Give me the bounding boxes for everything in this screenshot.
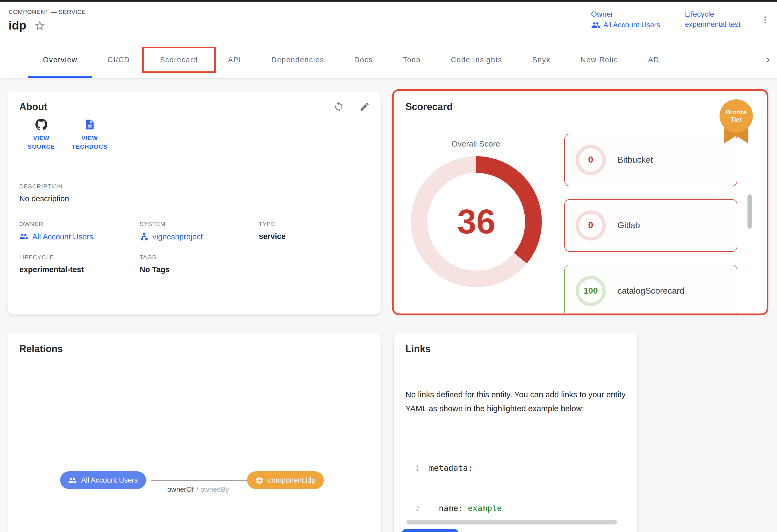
description-label: DESCRIPTION bbox=[19, 183, 69, 189]
bronze-tier-badge-label: Bronze Tier bbox=[719, 99, 753, 133]
tab-adrs[interactable]: AD bbox=[633, 42, 674, 78]
score-circle: 100 bbox=[576, 276, 606, 306]
yaml-code-block: 1metadata: 2 name:example 3 links: 4 - u… bbox=[407, 435, 621, 532]
tab-label: Docs bbox=[354, 56, 373, 64]
tags-field-label: TAGS bbox=[140, 254, 170, 260]
tab-scorecard[interactable]: Scorecard bbox=[145, 42, 213, 78]
tab-label: Overview bbox=[43, 56, 78, 64]
system-field: SYSTEM vigneshproject bbox=[140, 221, 203, 241]
tab-ci-cd[interactable]: CI/CD bbox=[93, 42, 145, 78]
relation-node-owner[interactable]: All Account Users bbox=[60, 471, 146, 489]
code-prefix bbox=[429, 502, 439, 515]
links-card: Links No links defined for this entity. … bbox=[394, 333, 637, 532]
tab-label: Code Insights bbox=[451, 56, 502, 64]
document-icon bbox=[84, 119, 96, 130]
about-card-title: About bbox=[19, 102, 47, 113]
scorecard-card: Scorecard Bronze Tier Overall Score 36 0… bbox=[394, 91, 767, 313]
group-icon bbox=[591, 20, 600, 29]
lifecycle-field-label: LIFECYCLE bbox=[19, 254, 84, 260]
refresh-icon[interactable] bbox=[333, 102, 344, 112]
view-source-label: VIEW SOURCE bbox=[21, 134, 61, 151]
links-card-title: Links bbox=[406, 344, 431, 355]
lifecycle-block: Lifecycle experimental-test bbox=[685, 10, 741, 29]
owner-field-link[interactable]: All Account Users bbox=[19, 232, 93, 241]
tab-label: Dependencies bbox=[271, 56, 324, 64]
lifecycle-label[interactable]: Lifecycle bbox=[685, 10, 741, 18]
group-icon bbox=[19, 232, 28, 241]
tab-api[interactable]: API bbox=[213, 42, 256, 78]
lifecycle-value[interactable]: experimental-test bbox=[685, 20, 741, 28]
scorecard-list-scrollbar[interactable] bbox=[748, 194, 752, 229]
scorecard-item-gitlab[interactable]: 0 Gitlab bbox=[564, 199, 737, 252]
overall-score-value: 36 bbox=[457, 202, 495, 242]
tab-todo[interactable]: Todo bbox=[388, 42, 436, 78]
header-meta: Owner All Account Users Lifecycle experi… bbox=[591, 10, 741, 29]
system-field-link[interactable]: vigneshproject bbox=[140, 232, 203, 241]
relation-edge-label: ownerOf/ ownedBy bbox=[149, 485, 247, 493]
relation-node-label: component:idp bbox=[268, 476, 316, 484]
tab-label: API bbox=[228, 56, 241, 64]
tab-snyk[interactable]: Snyk bbox=[517, 42, 566, 78]
owner-value-link[interactable]: All Account Users bbox=[591, 20, 660, 29]
bronze-tier-badge: Bronze Tier bbox=[719, 99, 753, 145]
line-number: 1 bbox=[407, 462, 419, 475]
lifecycle-field-value: experimental-test bbox=[19, 265, 84, 274]
kebab-menu-icon[interactable] bbox=[760, 14, 771, 25]
scorecard-item-bitbucket[interactable]: 0 Bitbucket bbox=[564, 134, 737, 186]
entity-header: COMPONENT — SERVICE idp Owner All Accoun… bbox=[0, 0, 777, 42]
owner-value-text: All Account Users bbox=[603, 21, 660, 29]
tab-label: Todo bbox=[403, 56, 421, 64]
tab-new-relic[interactable]: New Relic bbox=[566, 42, 633, 78]
edge-label-ownedby: / ownedBy bbox=[196, 485, 229, 493]
line-number: 2 bbox=[407, 502, 419, 515]
code-horizontal-scrollbar[interactable] bbox=[407, 520, 617, 525]
scorecard-card-title: Scorecard bbox=[406, 102, 453, 113]
partial-blue-button[interactable] bbox=[402, 529, 458, 532]
tab-label: New Relic bbox=[581, 56, 618, 64]
type-field: TYPE service bbox=[259, 221, 286, 241]
group-icon bbox=[68, 476, 77, 485]
breadcrumb: COMPONENT — SERVICE bbox=[9, 9, 86, 15]
relation-edge-line bbox=[151, 480, 247, 481]
description-field: DESCRIPTION No description bbox=[19, 183, 69, 203]
links-empty-message: No links defined for this entity. You ca… bbox=[406, 388, 628, 415]
scorecard-item-catalog[interactable]: 100 catalogScorecard bbox=[564, 265, 737, 313]
system-tree-icon bbox=[140, 232, 149, 241]
gear-icon bbox=[255, 476, 264, 485]
about-actions bbox=[333, 102, 370, 112]
relation-node-component[interactable]: component:idp bbox=[247, 471, 324, 489]
edge-label-ownerof: ownerOf bbox=[167, 485, 194, 493]
tab-dependencies[interactable]: Dependencies bbox=[256, 42, 339, 78]
tab-overview[interactable]: Overview bbox=[28, 42, 93, 78]
tab-code-insights[interactable]: Code Insights bbox=[436, 42, 517, 78]
system-field-label: SYSTEM bbox=[140, 221, 203, 227]
scorecard-item-name: catalogScorecard bbox=[618, 286, 684, 296]
tab-bar: Overview CI/CD Scorecard API Dependencie… bbox=[0, 42, 777, 78]
lifecycle-value-text: experimental-test bbox=[685, 20, 741, 28]
tab-label: Snyk bbox=[532, 56, 551, 64]
app-viewport: COMPONENT — SERVICE idp Owner All Accoun… bbox=[0, 0, 777, 532]
title-row: idp bbox=[9, 19, 46, 33]
scorecard-item-name: Bitbucket bbox=[618, 155, 653, 165]
view-techdocs-button[interactable]: VIEW TECHDOCS bbox=[70, 119, 110, 151]
description-value: No description bbox=[19, 194, 69, 203]
code-value: example bbox=[468, 502, 502, 515]
relation-node-label: All Account Users bbox=[81, 476, 138, 484]
score-circle: 0 bbox=[576, 145, 606, 175]
scorecard-item-name: Gitlab bbox=[618, 221, 640, 230]
owner-label[interactable]: Owner bbox=[591, 10, 660, 18]
owner-field-value: All Account Users bbox=[32, 232, 93, 241]
relations-card-title: Relations bbox=[19, 344, 63, 355]
overall-score-label: Overall Score bbox=[410, 139, 542, 148]
view-source-button[interactable]: VIEW SOURCE bbox=[21, 119, 61, 151]
chevron-right-icon[interactable] bbox=[759, 42, 777, 78]
owner-field: OWNER All Account Users bbox=[19, 221, 93, 241]
edit-pencil-icon[interactable] bbox=[359, 102, 370, 112]
tab-label: CI/CD bbox=[108, 56, 130, 64]
code-line: 1metadata: bbox=[407, 462, 621, 475]
tab-docs[interactable]: Docs bbox=[339, 42, 388, 78]
owner-field-label: OWNER bbox=[19, 221, 93, 227]
favorite-star-icon[interactable] bbox=[34, 20, 46, 32]
scorecard-list: 0 Bitbucket 0 Gitlab 100 catalogScorecar… bbox=[564, 134, 737, 313]
code-key: name: bbox=[439, 502, 463, 515]
